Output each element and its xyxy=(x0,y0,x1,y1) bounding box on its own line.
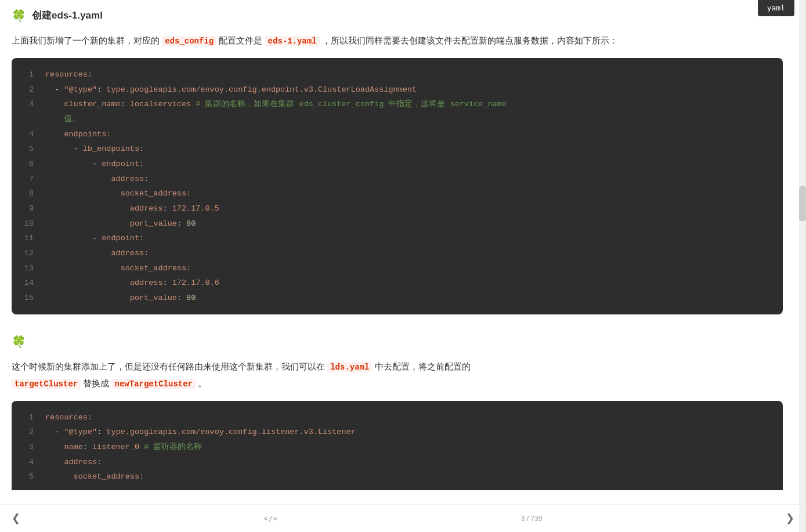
line-num-2: 2 xyxy=(23,82,34,97)
line-num-3b xyxy=(23,112,34,127)
line-num-1: 1 xyxy=(23,67,34,82)
section2-part3: 替换成 xyxy=(81,378,111,388)
section2: 🍀 这个时候新的集群添加上了，但是还没有任何路由来使用这个新集群，我们可以在 l… xyxy=(12,332,783,490)
code2-line-num-5: 5 xyxy=(23,469,34,484)
code-line-6: 6 - endpoint: xyxy=(23,157,771,172)
inline-code-eds-config: eds_config xyxy=(162,36,216,46)
line-num-5: 5 xyxy=(23,142,34,157)
code2-line-num-3: 3 xyxy=(23,440,34,455)
close-tag-icon: </> xyxy=(264,512,277,525)
code-line-4: 4 endpoints: xyxy=(23,127,771,142)
code-content-4: endpoints: xyxy=(45,127,111,142)
code-line-12: 12 address: xyxy=(23,246,771,261)
code-block-1: 1 resources: 2 - "@type": type.googleapi… xyxy=(12,58,783,314)
section2-header: 🍀 xyxy=(12,332,783,352)
code2-line-num-2: 2 xyxy=(23,425,34,440)
line-num-12: 12 xyxy=(23,246,34,261)
code-line-10: 10 port_value: 80 xyxy=(23,216,771,231)
intro-part1: 上面我们新增了一个新的集群，对应的 xyxy=(12,35,162,45)
clover-icon-2: 🍀 xyxy=(12,332,26,352)
code-line-11: 11 - endpoint: xyxy=(23,231,771,246)
line-num-8: 8 xyxy=(23,186,34,201)
code-content-14: address: 172.17.0.6 xyxy=(45,276,219,291)
page-wrapper: yaml 🍀 创建eds-1.yaml 上面我们新增了一个新的集群，对应的 ed… xyxy=(0,0,806,532)
code2-content-4: address: xyxy=(45,455,102,470)
code2-content-5: socket_address: xyxy=(45,469,144,484)
code-block-2: 1 resources: 2 - "@type": type.googleapi… xyxy=(12,401,783,490)
code-content-12: address: xyxy=(45,246,149,261)
code-content-2: - "@type": type.googleapis.com/envoy.con… xyxy=(45,82,417,97)
intro-part2: 配置文件是 xyxy=(216,35,265,45)
code-content-10: port_value: 80 xyxy=(45,216,196,231)
line-num-14: 14 xyxy=(23,276,34,291)
code-line-3b: 值。 xyxy=(23,112,771,127)
line-num-7: 7 xyxy=(23,172,34,187)
content-area: 🍀 创建eds-1.yaml 上面我们新增了一个新的集群，对应的 eds_con… xyxy=(0,0,806,502)
prev-arrow[interactable]: ❮ xyxy=(12,509,20,527)
next-arrow[interactable]: ❯ xyxy=(786,509,794,527)
code-content-5: - lb_endpoints: xyxy=(45,142,144,157)
line-num-3: 3 xyxy=(23,97,34,112)
code-line-13: 13 socket_address: xyxy=(23,261,771,276)
code-line-14: 14 address: 172.17.0.6 xyxy=(23,276,771,291)
page-info: 3 / 739 xyxy=(521,513,543,524)
clover-icon-1: 🍀 xyxy=(12,6,26,26)
section2-part1: 这个时候新的集群添加上了，但是还没有任何路由来使用这个新集群，我们可以在 xyxy=(12,361,327,371)
line-num-4: 4 xyxy=(23,127,34,142)
code2-content-1: resources: xyxy=(45,410,92,425)
code-line-5: 5 - lb_endpoints: xyxy=(23,142,771,157)
line-num-13: 13 xyxy=(23,261,34,276)
code-content-6: - endpoint: xyxy=(45,157,144,172)
intro-part3: ，所以我们同样需要去创建该文件去配置新的端点服务数据，内容如下所示： xyxy=(320,35,618,45)
line-num-9: 9 xyxy=(23,201,34,216)
section1-intro: 上面我们新增了一个新的集群，对应的 eds_config 配置文件是 eds-1… xyxy=(12,32,783,49)
code2-line-3: 3 name: listener_0 # 监听器的名称 xyxy=(23,440,771,455)
code-line-15: 15 port_value: 80 xyxy=(23,291,771,306)
line-num-10: 10 xyxy=(23,216,34,231)
bottom-nav: ❮ </> 3 / 739 ❯ xyxy=(0,504,806,532)
code-content-15: port_value: 80 xyxy=(45,291,196,306)
section1-header: 🍀 创建eds-1.yaml xyxy=(12,6,783,26)
code-line-1: 1 resources: xyxy=(23,67,771,82)
inline-code-lds-yaml: lds.yaml xyxy=(327,362,372,372)
code2-line-5: 5 socket_address: xyxy=(23,469,771,484)
code2-content-3: name: listener_0 # 监听器的名称 xyxy=(45,440,202,455)
line-num-6: 6 xyxy=(23,157,34,172)
code2-line-1: 1 resources: xyxy=(23,410,771,425)
code-line-8: 8 socket_address: xyxy=(23,186,771,201)
line-num-11: 11 xyxy=(23,231,34,246)
code-line-2: 2 - "@type": type.googleapis.com/envoy.c… xyxy=(23,82,771,97)
code2-line-num-4: 4 xyxy=(23,455,34,470)
section2-intro: 这个时候新的集群添加上了，但是还没有任何路由来使用这个新集群，我们可以在 lds… xyxy=(12,359,783,391)
code-line-7: 7 address: xyxy=(23,172,771,187)
section2-part2: 中去配置，将之前配置的 xyxy=(372,361,470,371)
code2-line-4: 4 address: xyxy=(23,455,771,470)
code-content-11: - endpoint: xyxy=(45,231,144,246)
section2-part4: 。 xyxy=(196,378,207,388)
code-content-9: address: 172.17.0.5 xyxy=(45,201,219,216)
code-line-9: 9 address: 172.17.0.5 xyxy=(23,201,771,216)
code-content-1: resources: xyxy=(45,67,92,82)
code-content-7: address: xyxy=(45,172,149,187)
code-content-8: socket_address: xyxy=(45,186,191,201)
inline-code-new-target-cluster: newTargetCluster xyxy=(112,379,196,389)
code2-line-num-1: 1 xyxy=(23,410,34,425)
inline-code-target-cluster: targetCluster xyxy=(12,379,81,389)
code-line-3: 3 cluster_name: localservices # 集群的名称，如果… xyxy=(23,97,771,112)
code2-line-2: 2 - "@type": type.googleapis.com/envoy.c… xyxy=(23,425,771,440)
code2-content-2: - "@type": type.googleapis.com/envoy.con… xyxy=(45,425,356,440)
code-content-3b: 值。 xyxy=(45,112,80,127)
code-content-13: socket_address: xyxy=(45,261,191,276)
line-num-15: 15 xyxy=(23,291,34,306)
code-content-3: cluster_name: localservices # 集群的名称，如果在集… xyxy=(45,97,507,112)
section1-title: 创建eds-1.yaml xyxy=(32,8,103,24)
inline-code-eds-1-yaml: eds-1.yaml xyxy=(265,36,320,46)
